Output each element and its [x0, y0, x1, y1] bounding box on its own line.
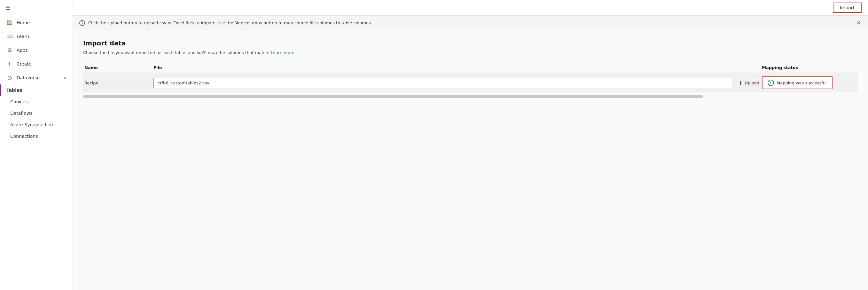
tables-label: Tables: [6, 88, 22, 93]
sidebar-item-choices[interactable]: Choices: [0, 96, 72, 107]
file-input[interactable]: [153, 78, 732, 88]
sidebar-item-connections[interactable]: Connections: [0, 130, 72, 142]
sidebar-item-apps[interactable]: ⊞ Apps: [0, 43, 72, 57]
sidebar-item-dataflows[interactable]: Dataflows: [0, 107, 72, 119]
row-mapping-cell: i Mapping was successful: [762, 76, 858, 89]
azure-synapse-label: Azure Synapse Link: [10, 122, 54, 127]
row-file-cell: ⬆ Upload: [153, 78, 762, 88]
hamburger-icon: ☰: [5, 4, 10, 11]
sidebar-item-tables[interactable]: Tables: [0, 85, 72, 96]
mapping-success-icon: i: [768, 79, 774, 86]
chevron-up-icon: ∧: [64, 75, 66, 79]
sidebar-item-home[interactable]: 🏠 Home: [0, 16, 72, 29]
close-banner-button[interactable]: ×: [856, 20, 862, 26]
mapping-success-box: i Mapping was successful: [762, 76, 833, 89]
home-icon: 🏠: [6, 20, 13, 26]
learn-more-link[interactable]: Learn more: [271, 50, 294, 55]
learn-icon: 📖: [6, 33, 13, 39]
col-mapping-header: Mapping status: [762, 65, 858, 70]
dataverse-icon: ◎: [6, 74, 13, 80]
upload-arrow-icon: ⬆: [739, 80, 743, 86]
upload-label: Upload: [745, 80, 759, 85]
dataflows-label: Dataflows: [10, 110, 33, 116]
sidebar-item-label: Create: [17, 61, 32, 66]
table-header: Name File Mapping status: [83, 63, 858, 73]
info-banner-text: Click the Upload button to upload csv or…: [88, 21, 372, 25]
sidebar-item-dataverse[interactable]: ◎ Dataverse ∧: [0, 71, 72, 85]
mapping-status-text: Mapping was successful: [777, 80, 827, 85]
page-content: Import data Choose the file you want imp…: [73, 30, 868, 290]
info-icon: i: [79, 20, 85, 26]
connections-label: Connections: [10, 134, 38, 139]
apps-icon: ⊞: [6, 47, 13, 53]
sidebar-item-label: Apps: [17, 47, 28, 53]
sidebar-item-create[interactable]: + Create: [0, 57, 72, 71]
import-button[interactable]: Import: [833, 3, 862, 13]
sidebar-item-azure-synapse[interactable]: Azure Synapse Link: [0, 119, 72, 130]
upload-button[interactable]: ⬆ Upload: [736, 80, 762, 86]
info-banner: i Click the Upload button to upload csv …: [73, 16, 868, 30]
import-table: Name File Mapping status Recipe ⬆ Upload…: [83, 63, 858, 98]
page-subtitle: Choose the file you want imported for ea…: [83, 50, 858, 55]
sidebar: ☰ 🏠 Home 📖 Learn ⊞ Apps + Create ◎ Datav…: [0, 0, 73, 290]
sidebar-item-learn[interactable]: 📖 Learn: [0, 29, 72, 43]
topbar: Import: [73, 0, 868, 16]
sidebar-item-label: Home: [17, 20, 30, 25]
page-title: Import data: [83, 39, 858, 47]
col-file-header: File: [153, 65, 762, 70]
sidebar-item-label: Learn: [17, 34, 29, 39]
row-name-cell: Recipe: [83, 80, 153, 85]
table-row: Recipe ⬆ Upload i Mapping was successful: [83, 73, 858, 92]
choices-label: Choices: [10, 99, 28, 104]
create-icon: +: [6, 61, 13, 67]
sidebar-item-label: Dataverse: [17, 75, 40, 80]
hamburger-menu[interactable]: ☰: [0, 0, 72, 16]
main-content: Import i Click the Upload button to uplo…: [73, 0, 868, 290]
col-name-header: Name: [83, 65, 153, 70]
scroll-indicator[interactable]: [83, 95, 703, 98]
